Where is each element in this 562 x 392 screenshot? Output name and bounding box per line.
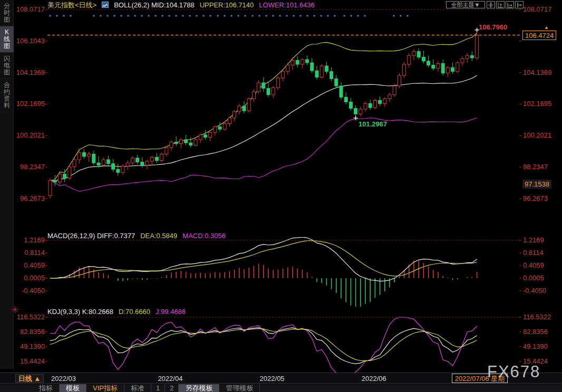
tab-indicators[interactable]: 指标: [33, 384, 60, 392]
axis-tick-label: 15.4424: [14, 358, 45, 365]
kdj-j-label: J:99.4686: [156, 308, 186, 316]
tab-save-template[interactable]: 另存模板: [179, 384, 219, 392]
scale-x-axis-icon[interactable]: [506, 1, 514, 8]
axis-tick-label: 0.0005: [523, 275, 561, 282]
x-axis-label: 2022/03: [51, 375, 76, 383]
axis-tick-label: -0.4050: [14, 287, 45, 295]
right-axis-marker: 97.1538: [522, 180, 551, 189]
axis-tick-label: 100.2021: [523, 132, 561, 139]
macd-panel-header: MACD(26,12,9) DIFF:0.7377DEA:0.5849MACD:…: [47, 232, 231, 240]
boll-upper-label: UPPER:106.7140: [200, 1, 254, 9]
axis-tick-label: 102.1695: [523, 100, 561, 107]
axis-tick-label: 1.2169: [523, 237, 561, 244]
axis-tick-label: 96.2673: [14, 195, 45, 202]
scale-y-axis-icon[interactable]: [496, 1, 505, 8]
tab-templates[interactable]: 模板: [60, 384, 86, 392]
macd-value-label: MACD:0.3056: [182, 232, 226, 240]
watermark: FX678: [487, 362, 540, 381]
boll-lower-label: LOWER:101.6436: [259, 1, 315, 9]
axis-tick-label: 82.8356: [523, 328, 561, 336]
price-up-arrow-icon: ▲: [544, 25, 549, 30]
chart-icon: [102, 2, 109, 8]
tab-1[interactable]: 1: [151, 384, 165, 392]
sidebar-item-kline-chart[interactable]: K线图: [0, 26, 14, 53]
app-window: 分时图 K线图 闪电图 合约资料 美元指数<日线>BOLL(26,2) MID:…: [0, 0, 562, 392]
macd-dea-label: DEA:0.5849: [140, 232, 177, 240]
axis-tick-label: 100.2021: [14, 132, 45, 139]
axis-tick-label: 0.0005: [14, 275, 45, 282]
axis-tick-label: 0.8114: [14, 249, 45, 257]
indicator-settings-icon[interactable]: [11, 306, 19, 313]
axis-tick-label: 0.4059: [14, 262, 45, 269]
x-axis-label: 2022/04: [158, 375, 182, 383]
axis-tick-label: 108.0717: [14, 6, 45, 13]
chart-canvas[interactable]: [0, 0, 562, 392]
chart-header: 美元指数<日线>BOLL(26,2) MID:104.1788UPPER:106…: [47, 1, 320, 8]
axis-tick-label: 116.5322: [14, 313, 45, 321]
axis-tick-label: 0.4059: [523, 262, 561, 269]
period-selector[interactable]: 日线 ▲: [15, 374, 44, 383]
axis-tick-label: 82.8356: [14, 328, 45, 336]
x-axis-label: 2022/06: [362, 375, 386, 383]
axis-tick-label: 108.0717: [523, 6, 561, 13]
template-tab-bar: 指标 模板 VIP指标 标准 1 2 另存模板 管理模板: [0, 384, 562, 392]
timeline-bar: 日线 ▲ 2022/03 2022/04 2022/05 2022/06 202…: [0, 373, 562, 384]
last-price-box: 106.4724: [522, 31, 556, 40]
axis-tick-label: 96.2673: [523, 195, 561, 202]
kdj-panel-header: KDJ(9,3,3) K:80.2668D:70.6660J:99.4686: [47, 308, 191, 316]
axis-tick-label: 116.5322: [523, 313, 561, 321]
tab-manage-templates[interactable]: 管理模板: [219, 384, 260, 392]
shift-right-icon[interactable]: [515, 1, 524, 8]
axis-tick-label: -0.4050: [523, 287, 561, 295]
tab-standard[interactable]: 标准: [124, 384, 151, 392]
session-low-annotation: 101.2967: [358, 120, 387, 128]
axis-tick-label: 98.2347: [523, 163, 561, 171]
axis-tick-label: 104.1369: [14, 69, 45, 76]
axis-tick-label: 1.2169: [14, 237, 45, 244]
tab-bar-spacer: [0, 384, 33, 392]
axis-tick-label: 98.2347: [14, 163, 45, 171]
axis-tick-label: 104.1369: [523, 69, 561, 76]
symbol-title: 美元指数<日线>: [47, 1, 96, 9]
kdj-k-label: KDJ(9,3,3) K:80.2668: [47, 308, 113, 316]
crosshair-move-icon[interactable]: [487, 1, 495, 8]
tab-vip-indicators[interactable]: VIP指标: [86, 384, 124, 392]
axis-tick-label: 102.1695: [14, 100, 45, 107]
axis-tick-label: 106.1043: [14, 37, 45, 45]
theme-dropdown[interactable]: 全部主题▼: [446, 1, 485, 8]
axis-tick-label: 0.8114: [523, 249, 561, 257]
axis-tick-label: 49.1390: [14, 343, 45, 350]
session-high-annotation: 106.7960: [479, 23, 507, 31]
sidebar-item-time-chart[interactable]: 分时图: [0, 0, 14, 26]
macd-diff-label: MACD(26,12,9) DIFF:0.7377: [47, 232, 135, 240]
kdj-d-label: D:70.6660: [119, 308, 150, 316]
sidebar-item-lightning-chart[interactable]: 闪电图: [0, 53, 14, 79]
tab-2[interactable]: 2: [165, 384, 179, 392]
boll-params-label: BOLL(26,2) MID:104.1788: [114, 1, 194, 9]
axis-tick-label: 49.1390: [523, 343, 561, 350]
sidebar-item-contract-info[interactable]: 合约资料: [0, 79, 14, 112]
x-axis-label: 2022/05: [260, 375, 285, 383]
